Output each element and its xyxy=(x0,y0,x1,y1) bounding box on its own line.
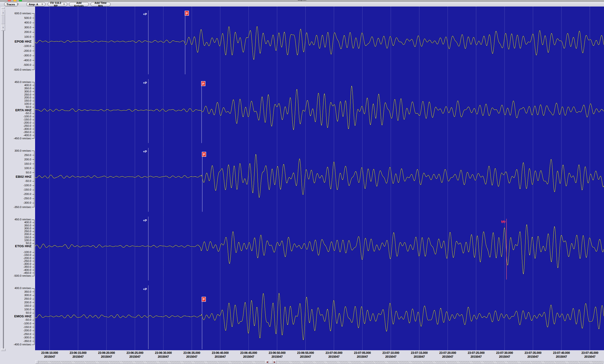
pan-right-button[interactable]: ▶ xyxy=(273,360,277,364)
axis-tick-label: -150.0 xyxy=(23,326,31,328)
arrow-up-icon: ▲ xyxy=(2,11,4,13)
axis-tick-label: 50.0 xyxy=(26,105,31,108)
amplitude-axis-line xyxy=(34,288,34,345)
time-label-time: 23:06:45.000 xyxy=(233,351,264,355)
time-tick-label: 23:07:25.0002015047 xyxy=(461,351,492,359)
vertical-slider-track[interactable] xyxy=(3,31,4,349)
axis-tick xyxy=(32,292,34,292)
predicted-arrival-label: +P xyxy=(143,219,147,222)
predicted-arrival-label: +P xyxy=(143,81,147,85)
axis-tick xyxy=(32,345,34,345)
vertical-scrollbar-trough[interactable] xyxy=(1,15,5,24)
time-tick-label: 23:06:45.0002015047 xyxy=(233,351,264,359)
axis-tick-label: 100.0 xyxy=(24,35,31,38)
time-tick-label: 23:07:00.0002015047 xyxy=(318,351,350,359)
p-pick-label: P xyxy=(203,298,205,301)
time-label-day: 2015047 xyxy=(347,355,378,359)
time-axis: 23:06:10.000201504723:06:15.000201504723… xyxy=(0,350,604,360)
add-arrivals-button[interactable]: Add Arrivals xyxy=(69,2,89,6)
scroll-up-button[interactable]: ▲ xyxy=(1,10,5,15)
vertical-scrollbar-grip[interactable] xyxy=(1,7,5,9)
horizontal-scrollbar: ◀ ▶ xyxy=(0,360,604,364)
axis-tick xyxy=(32,172,34,173)
axis-tick-label: 350.0 xyxy=(24,224,31,227)
axis-tick xyxy=(32,261,34,261)
time-label-day: 2015047 xyxy=(517,355,549,359)
axis-tick xyxy=(32,288,34,289)
amp-menu-button[interactable]: Amp: A▽ xyxy=(26,2,46,6)
time-label-day: 2015047 xyxy=(318,355,350,359)
plot-area[interactable]: +PP+PP+PP+PIpIp+PP xyxy=(35,7,604,350)
axis-tick-label: 150.0 xyxy=(24,162,31,165)
waveform-trace xyxy=(35,224,604,274)
filter-menu-button[interactable]: Fil: 0.8-3 BP▽ xyxy=(48,2,67,6)
time-tick-label: 23:06:25.0002015047 xyxy=(119,351,151,359)
axis-tick xyxy=(32,91,34,92)
add-time-mark-button[interactable]: Add Time Mrk xyxy=(90,2,111,6)
time-label-time: 23:06:30.000 xyxy=(148,351,179,355)
axis-tick xyxy=(32,228,34,229)
time-label-day: 2015047 xyxy=(63,355,94,359)
axis-tick-label: 250.0 xyxy=(24,297,31,300)
axis-tick-label: 450.0 nm/sec xyxy=(14,218,31,221)
horizontal-scrollbar-track[interactable] xyxy=(37,361,603,364)
time-label-time: 23:07:15.000 xyxy=(404,351,435,355)
time-label-day: 2015047 xyxy=(233,355,264,359)
axis-tick-label: -300.0 xyxy=(23,201,31,204)
p-pick-label: P xyxy=(202,82,204,86)
axis-tick-label: 150.0 xyxy=(24,99,31,102)
pan-scrollbar-thumb[interactable] xyxy=(269,360,273,364)
axis-tick-label: -300.0 xyxy=(23,262,31,265)
time-label-day: 2015047 xyxy=(176,355,208,359)
macos-titlebar: dbpick xyxy=(0,0,604,2)
axis-tick xyxy=(32,37,34,37)
axis-tick xyxy=(32,234,34,235)
waveform-outline xyxy=(35,26,604,60)
horizontal-slider-thumb[interactable] xyxy=(35,360,38,364)
time-label-time: 23:07:25.000 xyxy=(461,351,492,355)
axis-tick-label: 400.0 xyxy=(24,21,31,24)
axis-tick-label: -350.0 xyxy=(23,265,31,268)
axis-tick-label: -350.0 nm/sec xyxy=(13,206,31,208)
time-label-time: 23:06:40.000 xyxy=(204,351,236,355)
axis-tick xyxy=(32,207,34,207)
axis-tick xyxy=(32,107,34,107)
time-label-time: 23:07:40.000 xyxy=(546,351,577,355)
waveform-outline xyxy=(35,224,604,274)
time-label-day: 2015047 xyxy=(290,355,321,359)
axis-tick xyxy=(32,276,34,276)
axis-tick xyxy=(32,185,34,186)
time-label-time: 23:06:20.000 xyxy=(91,351,122,355)
axis-tick xyxy=(32,32,34,32)
time-label-day: 2015047 xyxy=(34,355,65,359)
axis-tick xyxy=(32,155,34,155)
axis-tick-label: 250.0 xyxy=(24,93,31,96)
axis-tick-label: -250.0 xyxy=(23,124,31,127)
axis-tick xyxy=(32,194,34,194)
amplitude-axis-line xyxy=(34,13,34,70)
axis-tick xyxy=(32,135,34,135)
axis-tick-label: 300.0 xyxy=(24,294,31,297)
axis-tick xyxy=(32,82,34,82)
station-label: EMOS HHZ xyxy=(14,315,31,318)
arrow-right-icon: ▶ xyxy=(274,361,276,363)
axis-tick-label: -450.0 xyxy=(23,271,31,274)
axis-tick-label: -400.0 xyxy=(23,134,31,137)
seismogram-canvas[interactable]: +PP+PP+PP+PIpIp+PP xyxy=(35,7,604,350)
pan-left-button[interactable]: ◀ xyxy=(265,360,269,364)
axis-tick xyxy=(32,338,34,338)
waveform-outline xyxy=(35,154,604,198)
axis-tick-label: 600.0 nm/sec xyxy=(14,12,31,15)
axis-tick-label: -400.0 xyxy=(23,59,31,62)
axis-tick xyxy=(32,98,34,98)
axis-tick-label: 200.0 xyxy=(24,301,31,304)
time-label-day: 2015047 xyxy=(119,355,151,359)
scroll-down-button[interactable]: ▼ xyxy=(1,24,5,31)
axis-tick-label: 50.0 xyxy=(26,311,31,314)
axis-tick-label: 250.0 xyxy=(24,154,31,157)
time-label-time: 23:06:10.000 xyxy=(34,351,65,355)
p-pick-label: P xyxy=(186,12,188,15)
axis-tick-label: -500.0 xyxy=(23,63,31,66)
traces-menu-button[interactable]: Traces▽ xyxy=(4,2,18,6)
axis-tick xyxy=(32,85,34,85)
